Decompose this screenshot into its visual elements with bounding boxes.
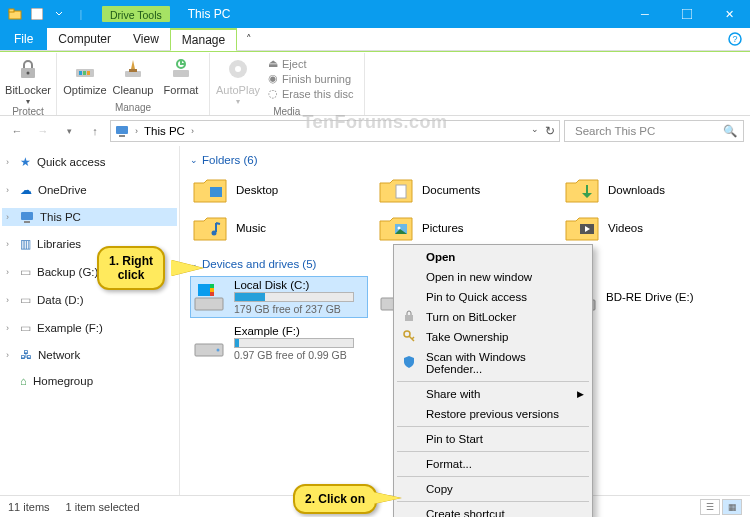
navigation-pane: ›★Quick access ›☁OneDrive ›This PC ›▥Lib… [0,146,180,495]
sidebar-item-label: This PC [40,211,81,223]
ctx-label: Restore previous versions [426,408,559,420]
homegroup-icon: ⌂ [20,375,27,387]
minimize-button[interactable]: ─ [624,0,666,28]
ctx-label: Open in new window [426,271,532,283]
folders-header-label: Folders (6) [202,154,258,166]
bitlocker-button[interactable]: BitLocker ▾ [6,55,50,106]
address-dropdown-button[interactable]: ⌄ [531,124,539,138]
storage-bar [234,292,354,302]
folder-label: Desktop [236,184,278,196]
folder-item-desktop[interactable]: Desktop [190,172,368,208]
ctx-open-new-window[interactable]: Open in new window [396,267,590,287]
ctx-pin-quick-access[interactable]: Pin to Quick access [396,287,590,307]
tab-view[interactable]: View [122,28,170,50]
maximize-button[interactable] [666,0,708,28]
ctx-bitlocker[interactable]: Turn on BitLocker [396,307,590,327]
folders-header[interactable]: ⌄Folders (6) [190,154,740,166]
ribbon-group-manage: Optimize Cleanup Format Manage [57,53,210,115]
search-icon: 🔍 [723,124,737,138]
pc-icon [115,124,129,138]
folder-item-downloads[interactable]: Downloads [562,172,740,208]
sidebar-item-quickaccess[interactable]: ›★Quick access [2,152,177,172]
svg-text:?: ? [732,34,737,44]
chevron-right-icon[interactable]: › [191,126,194,136]
finish-burning-button[interactable]: ◉Finish burning [264,72,358,85]
svg-rect-13 [129,69,137,72]
drive-item-example-f[interactable]: Example (F:) 0.97 GB free of 0.99 GB [190,322,368,364]
ctx-restore-previous[interactable]: Restore previous versions [396,404,590,424]
bitlocker-label: BitLocker [5,84,51,96]
folder-icon [192,175,228,205]
sidebar-item-onedrive[interactable]: ›☁OneDrive [2,180,177,200]
optimize-button[interactable]: Optimize [63,55,107,96]
format-button[interactable]: Format [159,55,203,96]
help-button[interactable]: ? [720,28,750,50]
sidebar-item-data[interactable]: ›▭Data (D:) [2,290,177,310]
ctx-format[interactable]: Format... [396,454,590,474]
sidebar-item-network[interactable]: ›🖧Network [2,346,177,364]
folder-item-documents[interactable]: Documents [376,172,554,208]
qat-explorer-icon[interactable] [6,5,24,23]
annotation-tail [373,492,401,504]
libraries-icon: ▥ [20,237,31,251]
shield-icon [402,355,418,371]
folder-item-videos[interactable]: Videos [562,210,740,246]
qat-dropdown-icon[interactable] [50,5,68,23]
chevron-right-icon[interactable]: › [135,126,138,136]
sidebar-item-example[interactable]: ›▭Example (F:) [2,318,177,338]
svg-point-24 [212,231,217,236]
sidebar-item-homegroup[interactable]: ⌂Homegroup [2,372,177,390]
svg-rect-3 [682,9,692,19]
annotation-callout-1: 1. Right click [97,246,165,290]
forward-button[interactable]: → [32,120,54,142]
up-button[interactable]: ↑ [84,120,106,142]
ribbon-collapse-button[interactable]: ˄ [237,28,261,50]
folder-item-pictures[interactable]: Pictures [376,210,554,246]
drive-item-localdisk-c[interactable]: Local Disk (C:) 179 GB free of 237 GB [190,276,368,318]
svg-rect-21 [24,221,30,223]
ribbon-group-label: Manage [115,102,151,113]
autoplay-button[interactable]: AutoPlay▾ [216,55,260,106]
disc-icon: ◉ [268,72,278,85]
sidebar-item-label: Quick access [37,156,105,168]
folder-item-music[interactable]: Music [190,210,368,246]
close-button[interactable]: ✕ [708,0,750,28]
ctx-copy[interactable]: Copy [396,479,590,499]
back-button[interactable]: ← [6,120,28,142]
ctx-create-shortcut[interactable]: Create shortcut [396,504,590,517]
svg-point-7 [27,72,30,75]
eject-button[interactable]: ⏏Eject [264,57,358,70]
ctx-defender-scan[interactable]: Scan with Windows Defender... [396,347,590,379]
details-view-button[interactable]: ☰ [700,499,720,515]
tab-manage[interactable]: Manage [170,28,237,51]
folder-label: Documents [422,184,480,196]
ctx-open[interactable]: Open [396,247,590,267]
drive-free-label: 0.97 GB free of 0.99 GB [234,349,366,361]
tiles-view-button[interactable]: ▦ [722,499,742,515]
qat-checkbox-icon[interactable] [28,5,46,23]
tab-file[interactable]: File [0,28,47,50]
context-menu: Open Open in new window Pin to Quick acc… [393,244,593,517]
ctx-label: Pin to Start [426,433,483,445]
search-input[interactable]: Search This PC 🔍 [564,120,744,142]
chevron-right-icon: ▶ [577,389,584,399]
breadcrumb-thispc[interactable]: This PC [144,125,185,137]
titlebar: | Drive Tools This PC ─ ✕ [0,0,750,28]
sidebar-item-thispc[interactable]: ›This PC [2,208,177,226]
ribbon-group-media: AutoPlay▾ ⏏Eject ◉Finish burning ◌Erase … [210,53,365,115]
svg-rect-18 [116,126,128,134]
ctx-pin-start[interactable]: Pin to Start [396,429,590,449]
sidebar-item-label: Homegroup [33,375,93,387]
folder-icon [378,213,414,243]
address-bar[interactable]: › This PC › ⌄ ↻ [110,120,560,142]
folder-icon [378,175,414,205]
ctx-take-ownership[interactable]: Take Ownership [396,327,590,347]
ribbon-group-label: Media [273,106,300,117]
recent-locations-button[interactable]: ▾ [58,120,80,142]
drive-label: Local Disk (C:) [234,279,366,291]
erase-disc-button[interactable]: ◌Erase this disc [264,87,358,100]
cleanup-button[interactable]: Cleanup [111,55,155,96]
refresh-button[interactable]: ↻ [545,124,555,138]
ctx-share-with[interactable]: Share with▶ [396,384,590,404]
tab-computer[interactable]: Computer [47,28,122,50]
